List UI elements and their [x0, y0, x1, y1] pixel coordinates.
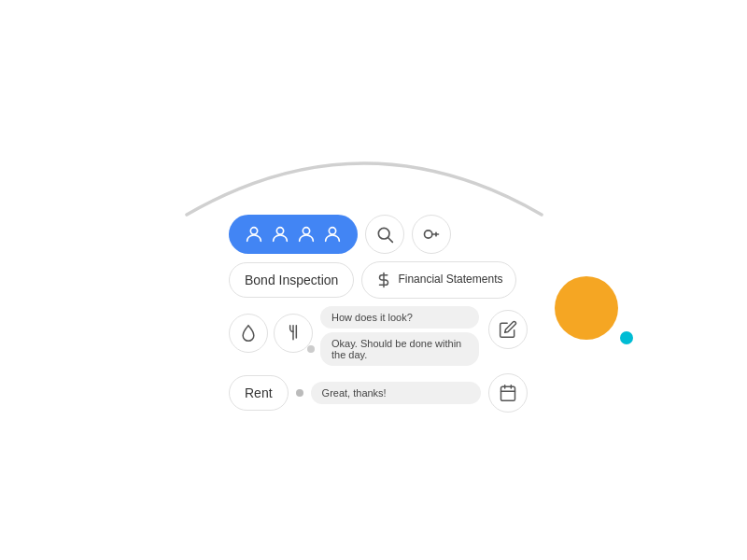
dollar-icon [375, 272, 392, 288]
svg-point-6 [425, 231, 432, 238]
svg-point-0 [250, 228, 257, 234]
key-icon [422, 225, 441, 244]
user-icon-3 [296, 224, 317, 245]
row-rent: Rent Great, thanks! [229, 373, 528, 413]
row-chat: How does it look? Okay. Should be done w… [229, 306, 528, 366]
svg-line-5 [388, 238, 393, 243]
orange-circle-decoration [555, 276, 618, 340]
calendar-icon [499, 384, 517, 402]
main-panel: Bond Inspection Financial Statements [229, 215, 528, 413]
financial-statements-button[interactable]: Financial Statements [361, 261, 516, 299]
chat-bubble-1: How does it look? [320, 306, 479, 329]
water-icon [239, 324, 258, 343]
financial-statements-label: Financial Statements [398, 273, 502, 287]
water-button[interactable] [229, 314, 268, 353]
user-icon-4 [322, 224, 343, 245]
chat-bubble-2: Okay. Should be done within the day. [320, 332, 479, 366]
svg-point-2 [303, 228, 309, 234]
svg-point-1 [276, 228, 283, 234]
pencil-icon [499, 320, 517, 339]
row-bond: Bond Inspection Financial Statements [229, 261, 528, 299]
user-icon-1 [244, 224, 264, 245]
house-roof [168, 93, 560, 224]
chat-area: How does it look? Okay. Should be done w… [320, 306, 481, 366]
rent-button[interactable]: Rent [229, 375, 289, 411]
teal-circle-decoration [620, 331, 633, 344]
utility-icons [229, 306, 313, 353]
search-icon [375, 225, 394, 244]
row-users [229, 215, 528, 254]
bond-inspection-button[interactable]: Bond Inspection [229, 262, 354, 298]
fork-icon [284, 324, 303, 343]
search-button[interactable] [365, 215, 404, 254]
edit-button[interactable] [488, 310, 528, 349]
svg-rect-8 [501, 386, 515, 400]
key-button[interactable] [412, 215, 451, 254]
user-icon-2 [270, 224, 290, 245]
calendar-button[interactable] [488, 373, 528, 413]
users-button[interactable] [229, 215, 358, 254]
dot-separator [296, 389, 303, 397]
svg-point-3 [329, 228, 335, 234]
chat-bubble-3: Great, thanks! [311, 382, 481, 404]
